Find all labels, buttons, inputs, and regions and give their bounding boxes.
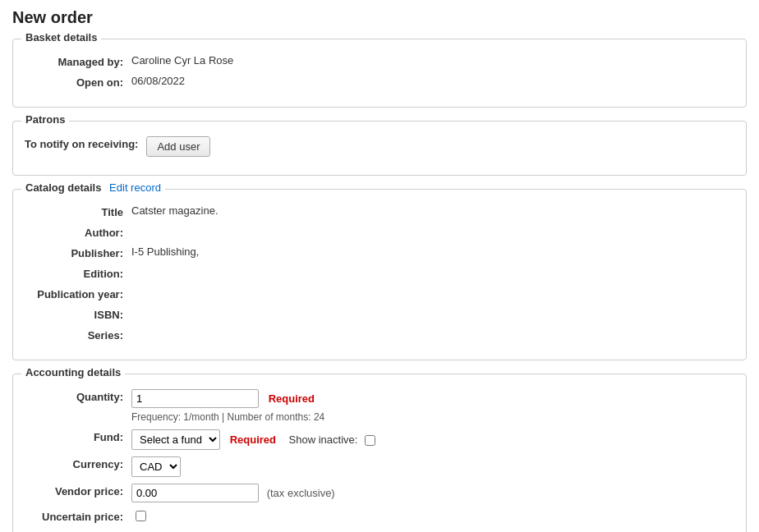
fund-required-label: Required	[230, 433, 276, 446]
basket-details-section: Basket details Managed by: Caroline Cyr …	[12, 39, 747, 108]
fund-row: Fund: Select a fund Required Show inacti…	[25, 429, 734, 450]
fund-field-container: Select a fund Required Show inactive:	[131, 429, 734, 450]
series-row: Series:	[25, 328, 734, 342]
quantity-label: Quantity:	[25, 389, 131, 403]
isbn-label: ISBN:	[25, 307, 131, 321]
show-inactive-label: Show inactive:	[289, 433, 375, 446]
vendor-price-field-container: (tax exclusive)	[131, 484, 734, 502]
quantity-required-label: Required	[269, 392, 315, 405]
show-inactive-checkbox[interactable]	[365, 435, 375, 446]
open-on-value: 06/08/2022	[131, 75, 734, 87]
currency-label: Currency:	[25, 456, 131, 470]
vendor-price-input[interactable]	[131, 484, 259, 502]
quantity-row: Quantity: Required Frequency: 1/month | …	[25, 389, 734, 423]
add-user-button[interactable]: Add user	[146, 136, 210, 157]
publication-year-label: Publication year:	[25, 287, 131, 300]
quantity-field-container: Required Frequency: 1/month | Number of …	[131, 389, 734, 423]
currency-row: Currency: CAD	[25, 456, 734, 477]
title-label: Title	[25, 204, 131, 218]
publisher-label: Publisher:	[25, 245, 131, 259]
uncertain-price-field-container	[131, 509, 734, 521]
publication-year-row: Publication year:	[25, 287, 734, 300]
title-value: Catster magazine.	[131, 204, 734, 217]
frequency-text: Frequency: 1/month | Number of months: 2…	[131, 411, 734, 423]
edition-row: Edition:	[25, 266, 734, 280]
open-on-label: Open on:	[25, 75, 131, 89]
accounting-details-section: Accounting details Quantity: Required Fr…	[12, 374, 747, 532]
isbn-row: ISBN:	[25, 307, 734, 321]
fund-select[interactable]: Select a fund	[131, 429, 220, 450]
title-row: Title Catster magazine.	[25, 204, 734, 218]
patrons-legend: Patrons	[21, 113, 69, 126]
uncertain-price-label: Uncertain price:	[25, 509, 131, 523]
edition-label: Edition:	[25, 266, 131, 280]
publisher-row: Publisher: I-5 Publishing,	[25, 245, 734, 259]
to-notify-row: To notify on receiving: Add user	[25, 136, 734, 157]
fund-label: Fund:	[25, 429, 131, 443]
patrons-section: Patrons To notify on receiving: Add user	[12, 121, 747, 176]
uncertain-price-row: Uncertain price:	[25, 509, 734, 523]
basket-details-legend: Basket details	[21, 31, 101, 44]
managed-by-value: Caroline Cyr La Rose	[131, 54, 734, 66]
managed-by-row: Managed by: Caroline Cyr La Rose	[25, 54, 734, 68]
to-notify-value: Add user	[146, 136, 734, 157]
author-row: Author:	[25, 225, 734, 239]
page-title: New order	[12, 8, 747, 27]
to-notify-label: To notify on receiving:	[25, 136, 146, 150]
catalog-details-legend: Catalog details Edit record	[21, 181, 165, 194]
open-on-row: Open on: 06/08/2022	[25, 75, 734, 89]
currency-field-container: CAD	[131, 456, 734, 477]
edit-record-link[interactable]: Edit record	[109, 181, 161, 194]
author-label: Author:	[25, 225, 131, 239]
managed-by-label: Managed by:	[25, 54, 131, 68]
vendor-price-row: Vendor price: (tax exclusive)	[25, 484, 734, 502]
catalog-details-legend-text: Catalog details	[25, 181, 101, 194]
show-inactive-text: Show inactive:	[289, 433, 358, 446]
accounting-details-legend: Accounting details	[21, 366, 125, 378]
vendor-price-label: Vendor price:	[25, 484, 131, 498]
currency-select[interactable]: CAD	[131, 456, 181, 477]
publisher-value: I-5 Publishing,	[131, 245, 734, 258]
uncertain-price-checkbox[interactable]	[136, 511, 146, 521]
series-label: Series:	[25, 328, 131, 342]
quantity-input[interactable]	[131, 389, 259, 408]
catalog-details-section: Catalog details Edit record Title Catste…	[12, 189, 747, 360]
tax-exclusive-text: (tax exclusive)	[267, 487, 335, 499]
